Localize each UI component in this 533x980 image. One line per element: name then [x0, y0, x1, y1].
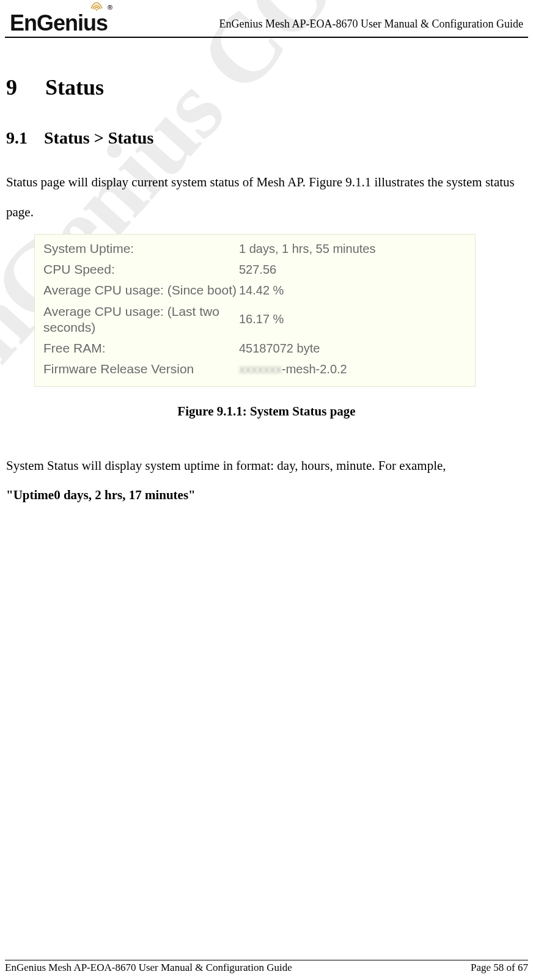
footer-right: Page 58 of 67	[471, 962, 528, 974]
status-row-cpu-speed: CPU Speed: 527.56	[43, 259, 466, 280]
logo-part-3: us	[83, 10, 108, 35]
page-header: EnGenius® EnGenius Mesh AP-EOA-8670 User…	[5, 0, 528, 38]
status-row-firmware: Firmware Release Version xxxxxxx-mesh-2.…	[43, 359, 466, 379]
status-label: Free RAM:	[43, 340, 239, 356]
status-row-free-ram: Free RAM: 45187072 byte	[43, 338, 466, 359]
logo-registered: ®	[108, 4, 112, 11]
status-row-cpu-avg-recent: Average CPU usage: (Last two seconds) 16…	[43, 301, 466, 338]
figure-system-status: System Uptime: 1 days, 1 hrs, 55 minutes…	[34, 234, 476, 387]
status-value-firmware: xxxxxxx-mesh-2.0.2	[239, 362, 347, 376]
status-label: CPU Speed:	[43, 261, 239, 277]
logo-part-2: i	[78, 10, 83, 35]
logo: EnGenius®	[10, 0, 112, 34]
logo-text: EnGenius®	[10, 13, 112, 33]
firmware-suffix: -mesh-2.0.2	[282, 362, 347, 376]
status-value: 527.56	[239, 263, 276, 277]
paragraph-description: System Status will display system uptime…	[6, 451, 527, 510]
paragraph-intro: Status page will display current system …	[6, 167, 527, 227]
page-footer: EnGenius Mesh AP-EOA-8670 User Manual & …	[5, 960, 528, 974]
firmware-blurred-part: xxxxxxx	[239, 362, 282, 376]
figure-caption: Figure 9.1.1: System Status page	[6, 404, 527, 419]
status-label: Average CPU usage: (Last two seconds)	[43, 304, 239, 336]
status-value: 45187072 byte	[239, 342, 320, 356]
status-value: 1 days, 1 hrs, 55 minutes	[239, 242, 375, 256]
heading-2-text: Status > Status	[44, 128, 153, 147]
footer-left: EnGenius Mesh AP-EOA-8670 User Manual & …	[5, 962, 292, 974]
logo-part-1: EnGen	[10, 10, 78, 35]
heading-1: 9Status	[6, 75, 527, 100]
status-label: System Uptime:	[43, 241, 239, 257]
status-row-cpu-avg-boot: Average CPU usage: (Since boot) 14.42 %	[43, 280, 466, 301]
heading-2: 9.1Status > Status	[6, 128, 527, 148]
heading-2-number: 9.1	[6, 128, 44, 148]
header-title: EnGenius Mesh AP-EOA-8670 User Manual & …	[219, 18, 523, 34]
status-label: Average CPU usage: (Since boot)	[43, 282, 239, 298]
paragraph-2b-example: "Uptime0 days, 2 hrs, 17 minutes"	[6, 488, 196, 502]
status-value: 16.17 %	[239, 312, 284, 326]
heading-1-number: 9	[6, 75, 45, 100]
status-row-uptime: System Uptime: 1 days, 1 hrs, 55 minutes	[43, 238, 466, 259]
status-value: 14.42 %	[239, 283, 284, 298]
status-label: Firmware Release Version	[43, 361, 239, 377]
heading-1-text: Status	[45, 75, 104, 100]
paragraph-2a: System Status will display system uptime…	[6, 458, 446, 473]
